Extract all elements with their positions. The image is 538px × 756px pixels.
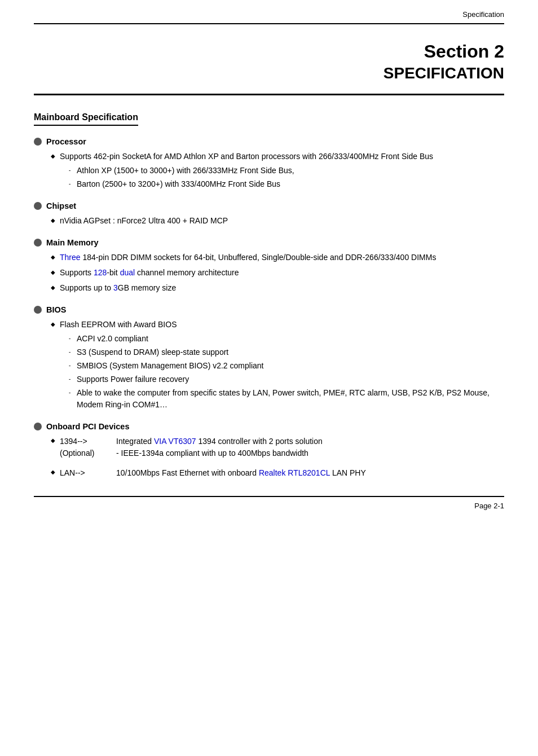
list-item: LAN--> 10/100Mbps Fast Ethernet with onb… — [51, 467, 504, 479]
processor-label: Processor — [46, 137, 86, 146]
pci-item-desc: Integrated VIA VT6307 1394 controller wi… — [116, 436, 504, 459]
list-item: SMBIOS (System Management BIOS) v2.2 com… — [69, 360, 504, 372]
processor-bullet-icon — [34, 138, 42, 146]
memory-bullet-icon — [34, 239, 42, 247]
section-item-pci: Onboard PCI Devices 1394-->(Optional) In… — [34, 422, 504, 479]
bios-list: Flash EEPROM with Award BIOS ACPI v2.0 c… — [34, 319, 504, 411]
section-name: SPECIFICATION — [34, 64, 504, 82]
128-link: 128 — [94, 268, 107, 277]
list-item: Athlon XP (1500+ to 3000+) with 266/333M… — [69, 165, 504, 177]
processor-sublist: Athlon XP (1500+ to 3000+) with 266/333M… — [60, 165, 504, 190]
chipset-title: Chipset — [34, 201, 504, 210]
chipset-label: Chipset — [46, 201, 76, 210]
chipset-bullet-icon — [34, 202, 42, 210]
section-title-rule — [34, 94, 504, 95]
page-number: Page 2-1 — [474, 502, 504, 510]
pci-label: Onboard PCI Devices — [46, 422, 129, 431]
pci-item-desc: 10/100Mbps Fast Ethernet with onboard Re… — [116, 467, 504, 479]
bios-label: BIOS — [46, 305, 66, 314]
processor-list: Supports 462-pin SocketA for AMD Athlon … — [34, 151, 504, 190]
pci-title: Onboard PCI Devices — [34, 422, 504, 431]
chipset-list: nVidia AGPset : nForce2 Ultra 400 + RAID… — [34, 215, 504, 227]
section-number: Section 2 — [34, 41, 504, 62]
processor-title: Processor — [34, 137, 504, 146]
list-item: Supports Power failure recovery — [69, 373, 504, 385]
three-link: Three — [60, 253, 81, 262]
pci-item-label: LAN--> — [60, 467, 116, 479]
list-item: Supports up to 3GB memory size — [51, 282, 504, 294]
list-item: Supports 462-pin SocketA for AMD Athlon … — [51, 151, 504, 190]
bios-bullet-icon — [34, 306, 42, 314]
pci-list: 1394-->(Optional) Integrated VIA VT6307 … — [34, 436, 504, 479]
mainboard-heading: Mainboard Specification — [34, 112, 138, 126]
list-item: S3 (Suspend to DRAM) sleep-state support — [69, 346, 504, 358]
list-item: nVidia AGPset : nForce2 Ultra 400 + RAID… — [51, 215, 504, 227]
section-item-processor: Processor Supports 462-pin SocketA for A… — [34, 137, 504, 190]
list-item: 1394-->(Optional) Integrated VIA VT6307 … — [51, 436, 504, 459]
page-header: Specification — [0, 0, 538, 23]
list-item: Able to wake the computer from specific … — [69, 387, 504, 411]
section-item-memory: Main Memory Three 184-pin DDR DIMM socke… — [34, 238, 504, 294]
section-title-block: Section 2 SPECIFICATION — [0, 24, 538, 88]
pci-bullet-icon — [34, 423, 42, 430]
dual-link: dual — [120, 268, 135, 277]
section-item-chipset: Chipset nVidia AGPset : nForce2 Ultra 40… — [34, 201, 504, 227]
main-content: Mainboard Specification Processor Suppor… — [0, 112, 538, 479]
bios-sublist: ACPI v2.0 compliant S3 (Suspend to DRAM)… — [60, 333, 504, 411]
header-title: Specification — [462, 10, 504, 19]
memory-title: Main Memory — [34, 238, 504, 247]
memory-label: Main Memory — [46, 238, 99, 247]
list-item: ACPI v2.0 compliant — [69, 333, 504, 345]
section-item-bios: BIOS Flash EEPROM with Award BIOS ACPI v… — [34, 305, 504, 411]
bios-title: BIOS — [34, 305, 504, 314]
page-footer: Page 2-1 — [0, 497, 538, 515]
realtek-link: Realtek RTL8201CL — [259, 468, 330, 477]
list-item: Supports 128-bit dual channel memory arc… — [51, 267, 504, 279]
pci-item-label: 1394-->(Optional) — [60, 436, 116, 459]
list-item: Three 184-pin DDR DIMM sockets for 64-bi… — [51, 252, 504, 263]
page: Specification Section 2 SPECIFICATION Ma… — [0, 0, 538, 756]
3gb-link: 3 — [113, 283, 118, 292]
list-item: Barton (2500+ to 3200+) with 333/400MHz … — [69, 178, 504, 190]
list-item: Flash EEPROM with Award BIOS ACPI v2.0 c… — [51, 319, 504, 411]
via-link: VIA VT6307 — [154, 437, 196, 446]
memory-list: Three 184-pin DDR DIMM sockets for 64-bi… — [34, 252, 504, 294]
